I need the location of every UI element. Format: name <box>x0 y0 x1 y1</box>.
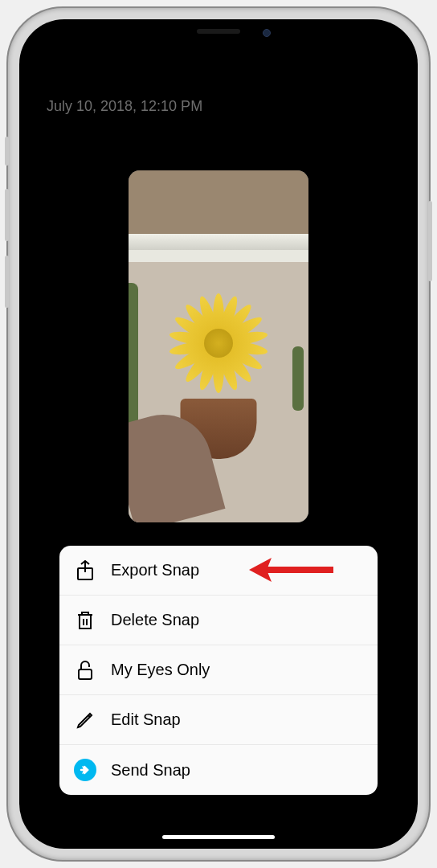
send-snap-item[interactable]: Send Snap <box>59 745 378 795</box>
menu-item-label: My Eyes Only <box>111 661 210 679</box>
pencil-icon <box>74 709 96 731</box>
power-button <box>428 201 432 281</box>
screen: July 10, 2018, 12:10 PM <box>19 19 418 849</box>
front-camera <box>263 29 271 37</box>
speaker <box>197 29 240 34</box>
export-snap-item[interactable]: Export Snap <box>59 546 378 596</box>
menu-item-label: Export Snap <box>111 561 199 579</box>
snap-photo[interactable] <box>129 170 308 522</box>
phone-frame: July 10, 2018, 12:10 PM <box>8 8 429 860</box>
delete-snap-item[interactable]: Delete Snap <box>59 596 378 645</box>
volume-down-button <box>5 256 9 308</box>
photo-content <box>129 170 308 522</box>
timestamp-label: July 10, 2018, 12:10 PM <box>47 98 202 115</box>
home-indicator[interactable] <box>162 835 275 839</box>
notch <box>134 19 303 43</box>
my-eyes-only-item[interactable]: My Eyes Only <box>59 645 378 695</box>
trash-icon <box>74 609 96 632</box>
action-menu: Export Snap Delete Snap <box>59 546 378 795</box>
share-icon <box>74 559 96 582</box>
volume-up-button <box>5 189 9 241</box>
svg-rect-1 <box>79 669 92 679</box>
menu-item-label: Send Snap <box>111 761 190 780</box>
mute-switch <box>5 137 9 166</box>
lock-icon <box>74 659 96 682</box>
edit-snap-item[interactable]: Edit Snap <box>59 695 378 745</box>
menu-item-label: Delete Snap <box>111 611 199 629</box>
send-icon <box>74 759 96 781</box>
menu-item-label: Edit Snap <box>111 710 181 729</box>
